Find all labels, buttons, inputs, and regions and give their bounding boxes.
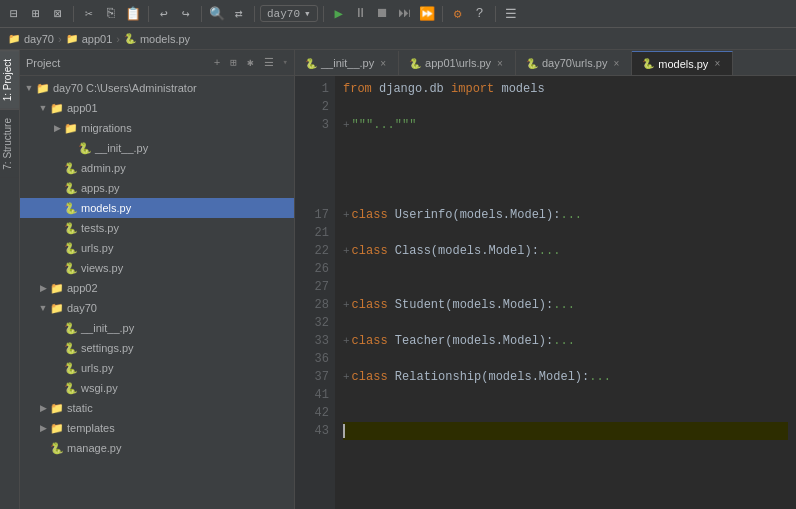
tree-item-wsgi[interactable]: ▶ 🐍 wsgi.py: [20, 378, 294, 398]
tab-models[interactable]: 🐍 models.py ×: [632, 51, 733, 75]
tree-item-init2[interactable]: ▶ 🐍 __init__.py: [20, 318, 294, 338]
docstring-content: """...""": [352, 116, 417, 134]
app02-label: app02: [67, 282, 98, 294]
code-line-blank2: [343, 152, 788, 170]
tab-init[interactable]: 🐍 __init__.py ×: [295, 51, 399, 75]
tab-day70urls[interactable]: 🐍 day70\urls.py ×: [516, 51, 632, 75]
toolbar-icon-14[interactable]: ⏩: [417, 4, 437, 24]
kw-models-name: models: [494, 80, 544, 98]
toolbar-icon-5[interactable]: ⎘: [101, 4, 121, 24]
app01-folder-icon: 📁: [50, 102, 64, 115]
tree-item-views[interactable]: ▶ 🐍 views.py: [20, 258, 294, 278]
tree-item-settings[interactable]: ▶ 🐍 settings.py: [20, 338, 294, 358]
toolbar-icon-3[interactable]: ⊠: [48, 4, 68, 24]
kw-import: import: [451, 80, 494, 98]
models-file-icon: 🐍: [64, 202, 78, 215]
toolbar-icon-17[interactable]: ☰: [501, 4, 521, 24]
root-folder-icon: 📁: [36, 82, 50, 95]
panel-icon-star[interactable]: ✱: [244, 55, 257, 70]
panel-icon-menu[interactable]: ☰: [261, 55, 277, 70]
tree-item-migrations[interactable]: ▶ 📁 migrations: [20, 118, 294, 138]
tree-item-urls1[interactable]: ▶ 🐍 urls.py: [20, 238, 294, 258]
class-userinfo: Userinfo(models.Model):: [388, 206, 561, 224]
breadcrumb-app01[interactable]: app01: [82, 33, 113, 45]
tab-app01urls[interactable]: 🐍 app01\urls.py ×: [399, 51, 516, 75]
root-label: day70 C:\Users\Administrator: [53, 82, 197, 94]
ellipsis-3: ...: [553, 296, 575, 314]
manage-label: manage.py: [67, 442, 121, 454]
settings-file-icon: 🐍: [64, 342, 78, 355]
editor-area: 🐍 __init__.py × 🐍 app01\urls.py × 🐍 day7…: [295, 50, 796, 509]
dropdown-arrow: ▾: [304, 7, 311, 20]
toolbar-icon-2[interactable]: ⊞: [26, 4, 46, 24]
tree-item-urls2[interactable]: ▶ 🐍 urls.py: [20, 358, 294, 378]
tab-models-label: models.py: [658, 58, 708, 70]
code-line-36: [343, 350, 788, 368]
toolbar-icon-13[interactable]: ⏭: [395, 4, 415, 24]
breadcrumb-day70[interactable]: day70: [24, 33, 54, 45]
main-area: 1: Project 7: Structure Project + ⊞ ✱ ☰ …: [0, 50, 796, 509]
panel-title: Project: [26, 57, 207, 69]
tree-item-init1[interactable]: ▶ 🐍 __init__.py: [20, 138, 294, 158]
fold-plus-37[interactable]: +: [343, 368, 350, 386]
toolbar-icon-1[interactable]: ⊟: [4, 4, 24, 24]
tab-models-close[interactable]: ×: [712, 57, 722, 70]
root-arrow: ▼: [24, 83, 34, 93]
toolbar-icon-7[interactable]: ↩: [154, 4, 174, 24]
run-config-dropdown[interactable]: day70 ▾: [260, 5, 318, 22]
breadcrumb-models[interactable]: models.py: [140, 33, 190, 45]
ellipsis-2: ...: [539, 242, 561, 260]
toolbar-icon-9[interactable]: 🔍: [207, 4, 227, 24]
ln-33: 33: [295, 332, 329, 350]
tree-item-manage[interactable]: ▶ 🐍 manage.py: [20, 438, 294, 458]
fold-plus-17[interactable]: +: [343, 206, 350, 224]
kw-from: from: [343, 80, 372, 98]
toolbar-icon-12[interactable]: ⏹: [373, 4, 393, 24]
toolbar-icon-4[interactable]: ✂: [79, 4, 99, 24]
tree-item-models[interactable]: ▶ 🐍 models.py: [20, 198, 294, 218]
tree-item-day70sub[interactable]: ▼ 📁 day70: [20, 298, 294, 318]
ln-2: 2: [295, 98, 329, 116]
panel-icon-grid[interactable]: ⊞: [227, 55, 240, 70]
fold-plus-22[interactable]: +: [343, 242, 350, 260]
toolbar-icon-8[interactable]: ↪: [176, 4, 196, 24]
breadcrumb-app01-icon: 📁: [66, 33, 78, 44]
panel-dropdown-arrow[interactable]: ▾: [283, 57, 288, 68]
code-line-42: [343, 404, 788, 422]
run-button[interactable]: ▶: [329, 4, 349, 24]
tree-item-app02[interactable]: ▶ 📁 app02: [20, 278, 294, 298]
toolbar-icon-15[interactable]: ⚙: [448, 4, 468, 24]
code-line-43[interactable]: [343, 422, 788, 440]
code-content[interactable]: from django.db import models + """...""": [335, 76, 796, 509]
tree-item-admin[interactable]: ▶ 🐍 admin.py: [20, 158, 294, 178]
app01-arrow: ▼: [38, 103, 48, 113]
code-line-32: [343, 314, 788, 332]
toolbar-icon-16[interactable]: ?: [470, 4, 490, 24]
fold-plus-3[interactable]: +: [343, 116, 350, 134]
code-line-blank1: [343, 134, 788, 152]
sidebar-project-tab[interactable]: 1: Project: [0, 50, 19, 109]
panel-icon-gear[interactable]: +: [211, 56, 224, 70]
static-label: static: [67, 402, 93, 414]
toolbar-icon-10[interactable]: ⇄: [229, 4, 249, 24]
fold-plus-28[interactable]: +: [343, 296, 350, 314]
tab-app01urls-close[interactable]: ×: [495, 57, 505, 70]
urls1-file-icon: 🐍: [64, 242, 78, 255]
tree-item-tests[interactable]: ▶ 🐍 tests.py: [20, 218, 294, 238]
ln-blank2: [295, 152, 329, 170]
app01-label: app01: [67, 102, 98, 114]
tree-item-apps[interactable]: ▶ 🐍 apps.py: [20, 178, 294, 198]
tree-root[interactable]: ▼ 📁 day70 C:\Users\Administrator: [20, 78, 294, 98]
tab-day70urls-close[interactable]: ×: [611, 57, 621, 70]
ln-22: 22: [295, 242, 329, 260]
tree-item-templates[interactable]: ▶ 📁 templates: [20, 418, 294, 438]
urls2-label: urls.py: [81, 362, 113, 374]
tab-init-close[interactable]: ×: [378, 57, 388, 70]
toolbar-icon-6[interactable]: 📋: [123, 4, 143, 24]
kw-class-3: class: [352, 296, 388, 314]
tree-item-app01[interactable]: ▼ 📁 app01: [20, 98, 294, 118]
sidebar-structure-tab[interactable]: 7: Structure: [0, 109, 19, 178]
toolbar-icon-11[interactable]: ⏸: [351, 4, 371, 24]
fold-plus-33[interactable]: +: [343, 332, 350, 350]
tree-item-static[interactable]: ▶ 📁 static: [20, 398, 294, 418]
